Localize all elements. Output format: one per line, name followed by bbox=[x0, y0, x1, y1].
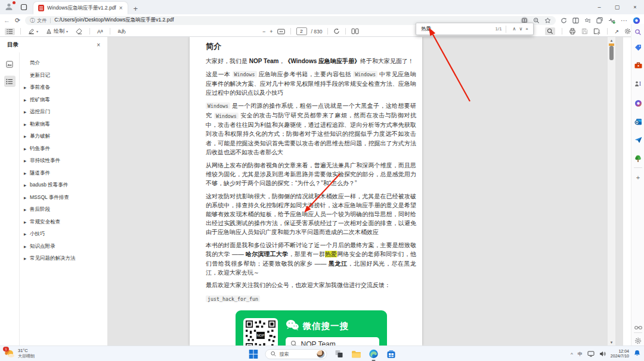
customize-sidebar-plus-icon[interactable]: + bbox=[633, 173, 643, 182]
games-hub-wheel-icon[interactable] bbox=[633, 98, 643, 108]
window-close-button[interactable]: × bbox=[626, 0, 644, 14]
ime-indicator[interactable]: 中 bbox=[578, 351, 583, 357]
toc-toggle-button[interactable] bbox=[5, 28, 15, 35]
toc-view-icon[interactable] bbox=[4, 76, 16, 87]
file-explorer-icon[interactable] bbox=[351, 348, 362, 359]
toc-item[interactable]: ▶钓鱼事件 bbox=[20, 143, 107, 155]
toc-item[interactable]: ▶badusb 投毒事件 bbox=[20, 179, 107, 192]
toc-item[interactable]: ▶善后阶段 bbox=[20, 204, 107, 216]
tab-close-icon[interactable]: × bbox=[119, 5, 123, 11]
new-tab-button[interactable]: + bbox=[134, 6, 138, 12]
save-as-icon[interactable] bbox=[593, 28, 600, 35]
toc-item[interactable]: ▶MSSQL 事件排查 bbox=[20, 192, 107, 204]
outlook-icon[interactable] bbox=[633, 117, 643, 126]
scrollbar-thumb[interactable] bbox=[609, 46, 614, 60]
toc-caret-icon[interactable]: ▶ bbox=[24, 98, 30, 102]
toc-item[interactable]: ▶常见问题的解决方法 bbox=[20, 253, 107, 265]
toc-item[interactable]: ▶勒索病毒 bbox=[20, 119, 107, 131]
find-next-icon[interactable]: ∨ bbox=[519, 26, 522, 32]
scroll-down-icon[interactable]: ▼ bbox=[608, 339, 615, 346]
glasses-icon[interactable] bbox=[633, 323, 643, 332]
start-button[interactable] bbox=[248, 348, 259, 359]
more-menu-icon[interactable]: ⋯ bbox=[621, 17, 627, 24]
rotate-icon[interactable] bbox=[333, 28, 340, 35]
profile-avatar-icon[interactable] bbox=[5, 2, 14, 12]
edge-browser-icon[interactable] bbox=[369, 348, 379, 359]
tools-toolbox-icon[interactable] bbox=[633, 60, 643, 70]
eraser-icon[interactable] bbox=[74, 28, 84, 35]
toc-item[interactable]: 更新日记 bbox=[20, 70, 107, 82]
vertical-scrollbar[interactable]: ▲ ▼ bbox=[608, 37, 615, 346]
toc-item[interactable]: ▶知识点附录 bbox=[20, 241, 107, 253]
split-screen-icon[interactable] bbox=[572, 17, 579, 24]
tray-chevron-icon[interactable]: ^ bbox=[571, 351, 573, 357]
window-minimize-button[interactable]: – bbox=[590, 0, 608, 14]
toc-item[interactable]: ▶隧道事件 bbox=[20, 167, 107, 180]
toc-item[interactable]: ▶事前准备 bbox=[20, 82, 107, 94]
shopping-tag-icon[interactable] bbox=[633, 43, 643, 52]
expand-icon[interactable]: ↗ bbox=[614, 29, 619, 35]
zoom-in-button[interactable]: + bbox=[270, 29, 273, 35]
tree-icon[interactable] bbox=[633, 154, 643, 163]
refresh-icon[interactable]: ⟳ bbox=[15, 17, 20, 24]
pdf-viewer[interactable]: 简介 大家好，我们是 NOP Team，《Windows 应急响应手册》终于和大… bbox=[108, 37, 623, 346]
tray-clock[interactable]: 12:04 2024/7/10 bbox=[611, 349, 629, 359]
save-icon[interactable] bbox=[581, 28, 588, 35]
tab-actions-icon[interactable] bbox=[20, 4, 27, 11]
collections-icon[interactable] bbox=[596, 17, 603, 24]
toc-item[interactable]: ▶挖矿病毒 bbox=[20, 94, 107, 107]
voice-search-icon[interactable] bbox=[561, 17, 567, 24]
browser-tab[interactable]: Windows应急响应手册v1.2.pdf × bbox=[33, 2, 128, 14]
draw-button[interactable]: 绘制 ▾ bbox=[44, 27, 70, 36]
search-icon[interactable] bbox=[545, 27, 555, 35]
toc-caret-icon[interactable]: ▶ bbox=[24, 232, 30, 236]
toc-caret-icon[interactable]: ▶ bbox=[24, 86, 30, 89]
thumbnails-view-icon[interactable] bbox=[4, 58, 16, 70]
find-previous-icon[interactable]: ∧ bbox=[513, 26, 516, 32]
weather-widget[interactable]: 1 31°C 大部晴朗 bbox=[5, 348, 35, 359]
toc-caret-icon[interactable]: ▶ bbox=[24, 172, 30, 175]
toc-caret-icon[interactable]: ▶ bbox=[24, 123, 30, 126]
notification-bell-icon[interactable] bbox=[634, 348, 640, 359]
zoom-out-icon[interactable] bbox=[533, 17, 540, 24]
favorites-icon[interactable] bbox=[584, 17, 591, 24]
favorite-star-icon[interactable] bbox=[544, 17, 551, 24]
info-icon[interactable]: ⓘ bbox=[30, 17, 35, 24]
back-icon[interactable]: ← bbox=[4, 17, 10, 24]
highlighter-icon[interactable]: ▾ bbox=[26, 27, 40, 35]
scroll-up-icon[interactable]: ▲ bbox=[608, 37, 615, 43]
toc-caret-icon[interactable]: ▶ bbox=[24, 183, 30, 187]
page-number-input[interactable]: 2 bbox=[296, 27, 307, 35]
toc-item[interactable]: ▶暴力破解 bbox=[20, 130, 107, 143]
toc-caret-icon[interactable]: ▶ bbox=[24, 110, 30, 114]
toc-item[interactable]: ▶小技巧 bbox=[20, 228, 107, 241]
translate-button[interactable]: aあ bbox=[116, 27, 128, 36]
fit-page-icon[interactable] bbox=[277, 29, 285, 35]
toc-item[interactable]: ▶非持续性事件 bbox=[20, 155, 107, 167]
toc-caret-icon[interactable]: ▶ bbox=[24, 196, 30, 200]
print-icon[interactable] bbox=[569, 28, 576, 35]
find-query-input[interactable]: 热爱 bbox=[421, 26, 495, 33]
network-display-icon[interactable] bbox=[587, 348, 595, 359]
toc-item[interactable]: ▶远控后门 bbox=[20, 106, 107, 119]
microsoft-store-icon[interactable] bbox=[386, 348, 397, 359]
toc-caret-icon[interactable]: ▶ bbox=[24, 159, 30, 163]
toc-caret-icon[interactable]: ▶ bbox=[24, 257, 30, 260]
copilot-icon[interactable] bbox=[633, 17, 640, 24]
toc-caret-icon[interactable]: ▶ bbox=[24, 147, 30, 151]
find-close-icon[interactable]: × bbox=[525, 26, 528, 32]
browser-essentials-icon[interactable] bbox=[608, 17, 615, 24]
zoom-out-button[interactable]: − bbox=[262, 29, 265, 35]
toc-item[interactable]: 简介 bbox=[20, 57, 107, 70]
games-people-icon[interactable] bbox=[633, 79, 643, 89]
toc-caret-icon[interactable]: ▶ bbox=[24, 135, 30, 138]
sidebar-settings-gear-icon[interactable] bbox=[633, 336, 643, 346]
task-view-icon[interactable] bbox=[334, 348, 345, 359]
toc-caret-icon[interactable]: ▶ bbox=[24, 208, 30, 211]
toc-caret-icon[interactable]: ▶ bbox=[24, 220, 30, 224]
pdf-settings-gear-icon[interactable] bbox=[624, 28, 631, 35]
taskbar-search-box[interactable]: 搜索 bbox=[265, 349, 327, 359]
read-aloud-button[interactable]: Aᵃ bbox=[95, 28, 104, 35]
toc-item[interactable]: ▶常规安全检查 bbox=[20, 216, 107, 229]
bing-search-icon[interactable] bbox=[633, 27, 643, 37]
